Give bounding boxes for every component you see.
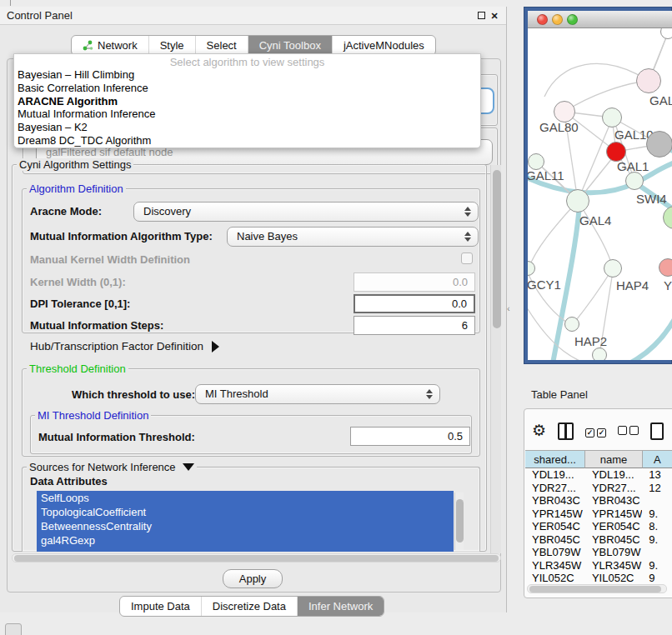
hub-definition-label: Hub/Transcription Factor Definition xyxy=(30,340,203,352)
hap4-node[interactable] xyxy=(604,259,622,278)
table-cell: YBR043C xyxy=(585,494,642,508)
network-icon xyxy=(83,40,93,51)
tab-jactivemnodules[interactable]: jActiveMNodules xyxy=(332,36,435,55)
gal-node[interactable] xyxy=(636,68,661,93)
algorithm-dropdown-placeholder: Select algorithm to view settings xyxy=(14,54,480,68)
apply-button[interactable]: Apply xyxy=(223,569,283,588)
gal4-node[interactable] xyxy=(566,189,589,212)
minimized-panel-button[interactable] xyxy=(5,623,22,635)
settings-horizontal-scrollbar[interactable] xyxy=(12,553,501,562)
column-header-name[interactable]: name xyxy=(585,450,643,468)
kernel-width-label: Kernel Width (0,1): xyxy=(30,276,126,288)
table-cell xyxy=(642,494,672,508)
select-all-columns-icon[interactable]: ✓✓ xyxy=(585,425,606,438)
mac-zoom-icon[interactable] xyxy=(567,14,578,25)
mi-threshold-field[interactable]: 0.5 xyxy=(350,427,470,446)
algorithm-definition-title: Algorithm Definition xyxy=(27,182,126,195)
gear-icon[interactable]: ⚙ xyxy=(532,422,546,439)
table-cell: YBR043C xyxy=(525,494,585,508)
manual-kernel-checkbox[interactable] xyxy=(461,252,473,264)
algorithm-option[interactable]: Bayesian – Hill Climbing xyxy=(14,68,480,82)
tab-label: Network xyxy=(98,36,138,55)
y-node[interactable] xyxy=(659,258,672,277)
tab-infer-network[interactable]: Infer Network xyxy=(297,597,384,616)
table-row[interactable]: YBR043CYBR043C xyxy=(525,494,672,508)
gal11-node[interactable] xyxy=(528,153,544,170)
table-row[interactable]: YER054CYER054C8. xyxy=(525,520,672,533)
data-attributes-list[interactable]: SelfLoopsTopologicalCoefficientBetweenne… xyxy=(37,491,454,552)
control-panel-titlebar xyxy=(0,7,506,25)
node-label-y: Y xyxy=(664,278,672,292)
column-header-a[interactable]: A xyxy=(643,450,672,468)
mi-type-label: Mutual Information Algorithm Type: xyxy=(30,230,213,242)
tab-cyni-toolbox[interactable]: Cyni Toolbox xyxy=(248,36,332,55)
attribute-item[interactable]: SelfLoops xyxy=(37,491,454,505)
algorithm-option[interactable]: Basic Correlation Inference xyxy=(14,82,480,95)
table-row[interactable]: YLR345WYLR345W9. xyxy=(525,559,672,572)
table-cell: 9. xyxy=(642,559,672,572)
mac-close-icon[interactable] xyxy=(537,14,548,25)
network-canvas[interactable]: GALGAL80GAL10GAL1GAL11SWI4GAL4GCY1HAP4YH… xyxy=(528,28,672,360)
mi-steps-field[interactable]: 6 xyxy=(354,316,475,335)
combo-spinner-icon xyxy=(464,202,471,221)
algorithm-option[interactable]: Mutual Information Inference xyxy=(14,108,480,121)
table-cell: YPR145W xyxy=(585,508,642,521)
column-header-shared[interactable]: shared... xyxy=(525,450,585,468)
aracne-mode-combo[interactable]: Discovery xyxy=(133,202,479,222)
sources-title-toggle[interactable]: Sources for Network Inference xyxy=(27,461,197,473)
gal10-node[interactable] xyxy=(602,108,622,128)
attribute-item[interactable]: gal4RGexp xyxy=(37,533,454,548)
attribute-item[interactable]: BetweennessCentrality xyxy=(37,519,454,533)
aracne-mode-label: Aracne Mode: xyxy=(30,205,102,218)
table-row[interactable]: YPR145WYPR145W9. xyxy=(525,508,672,521)
algorithm-option[interactable]: ARACNE Algorithm xyxy=(14,95,480,108)
tab-label: Select xyxy=(207,36,237,55)
table-row[interactable]: YIL052CYIL052C9 xyxy=(525,572,672,582)
hub-definition-toggle[interactable]: Hub/Transcription Factor Definition xyxy=(30,340,219,352)
dpi-tolerance-field[interactable]: 0.0 xyxy=(354,294,475,313)
which-threshold-value: MI Threshold xyxy=(205,388,268,400)
settings-vertical-scrollbar[interactable] xyxy=(490,165,501,553)
close-window-icon[interactable]: ✕ xyxy=(489,11,499,21)
table-row[interactable]: YBL079WYBL079W xyxy=(525,546,672,559)
table-cell: 9. xyxy=(642,508,672,521)
unlabeled-node[interactable] xyxy=(646,131,672,158)
table-cell: YBL079W xyxy=(525,546,585,559)
combo-spinner-icon xyxy=(426,385,433,403)
tab-select[interactable]: Select xyxy=(195,36,248,55)
algorithm-option[interactable]: Bayesian – K2 xyxy=(14,121,480,134)
split-pane-icon[interactable] xyxy=(558,422,574,440)
node-attribute-table[interactable]: shared...nameA YDL19...YDL19...13YDR27..… xyxy=(525,450,672,582)
table-horizontal-scrollbar[interactable] xyxy=(527,584,667,593)
table-row[interactable]: YBR045CYBR045C9. xyxy=(525,533,672,547)
mi-steps-label: Mutual Information Steps: xyxy=(30,319,163,332)
table-cell: YER054C xyxy=(525,520,585,533)
tab-discretize-data[interactable]: Discretize Data xyxy=(201,597,297,616)
tab-label: Infer Network xyxy=(308,597,373,616)
tab-network[interactable]: Network xyxy=(72,36,148,55)
mac-minimize-icon[interactable] xyxy=(552,14,563,25)
which-threshold-combo[interactable]: MI Threshold xyxy=(195,384,440,404)
unlabeled-node[interactable] xyxy=(592,348,607,360)
kernel-width-field[interactable]: 0.0 xyxy=(354,272,475,292)
table-row[interactable]: YDR27...YDR27...12 xyxy=(525,482,672,495)
float-window-icon[interactable] xyxy=(476,11,486,21)
deselect-all-columns-icon[interactable] xyxy=(618,425,639,438)
algorithm-option[interactable]: Dream8 DC_TDC Algorithm xyxy=(14,134,480,148)
document-icon[interactable] xyxy=(650,422,664,440)
table-cell: 12 xyxy=(642,482,672,495)
mi-type-combo[interactable]: Naive Bayes xyxy=(227,227,479,247)
table-cell xyxy=(642,546,672,559)
swi4-node[interactable] xyxy=(625,172,644,190)
tab-style[interactable]: Style xyxy=(148,36,195,55)
table-cell: 9 xyxy=(642,572,672,582)
tab-impute-data[interactable]: Impute Data xyxy=(120,597,201,616)
which-threshold-label: Which threshold to use: xyxy=(72,388,195,401)
cyni-algorithm-settings-title: Cyni Algorithm Settings xyxy=(17,158,133,171)
attribute-item[interactable]: TopologicalCoefficient xyxy=(37,505,454,519)
table-row[interactable]: YDL19...YDL19...13 xyxy=(525,468,672,482)
panel-splitter-handle[interactable]: ‹ xyxy=(507,303,519,315)
attribute-list-scrollbar[interactable] xyxy=(454,492,464,550)
node-label-hap4: HAP4 xyxy=(616,278,649,292)
hap2-node[interactable] xyxy=(564,317,579,332)
